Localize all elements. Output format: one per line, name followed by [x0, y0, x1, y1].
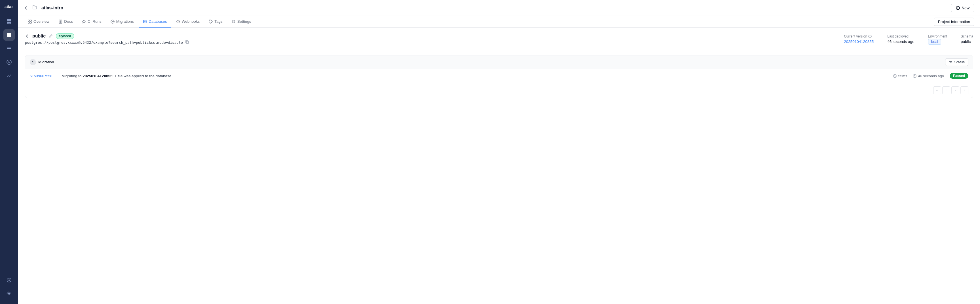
last-deployed-label: Last deployed [887, 34, 914, 38]
svg-rect-7 [7, 50, 11, 50]
svg-point-24 [143, 20, 146, 21]
list-icon[interactable] [3, 43, 15, 54]
svg-marker-9 [8, 61, 10, 63]
svg-rect-2 [7, 22, 9, 24]
dashboard-icon[interactable] [3, 16, 15, 27]
copy-icon[interactable] [185, 40, 189, 45]
content-area: public Synced postgres://postgres:xxxxx@… [18, 27, 980, 304]
play-icon[interactable] [3, 56, 15, 68]
svg-rect-15 [28, 20, 30, 21]
svg-rect-18 [30, 22, 32, 23]
current-version-value[interactable]: 20250104120855 [844, 40, 873, 44]
svg-rect-17 [28, 22, 30, 23]
table-row: 51539607558 Migrating to 20250104120855:… [25, 69, 973, 83]
tab-migrations[interactable]: Migrations [107, 16, 138, 27]
chart-icon[interactable] [3, 70, 15, 82]
sidebar: atlas [0, 0, 18, 304]
migration-id[interactable]: 51539607558 [30, 74, 58, 78]
schema-value: public [961, 40, 973, 44]
svg-rect-28 [186, 41, 189, 43]
svg-rect-1 [10, 19, 11, 21]
tab-bar: Overview Docs CI Runs Migrations Databas… [18, 16, 980, 27]
migration-description: Migrating to 20250104120855: 1 file was … [62, 74, 889, 78]
migration-table-title: Migration [38, 60, 54, 64]
database-icon[interactable] [3, 29, 15, 41]
environment-value: local [928, 40, 947, 44]
db-name: public [32, 34, 46, 38]
db-header: public Synced [25, 33, 189, 39]
tab-settings[interactable]: Settings [228, 16, 255, 27]
current-version-label: Current version [844, 34, 873, 38]
project-icon [32, 5, 37, 11]
migration-count: 1 [30, 59, 36, 66]
last-deployed-col: Last deployed 46 seconds ago [887, 34, 914, 44]
svg-rect-0 [7, 19, 9, 21]
compass-icon[interactable] [3, 274, 15, 286]
migration-table: 1 Migration Status 51539607558 Migrating… [25, 55, 973, 98]
synced-badge: Synced [56, 33, 74, 39]
svg-rect-5 [7, 47, 11, 48]
new-button[interactable]: New [951, 4, 974, 12]
pagination-last-button[interactable]: » [961, 86, 968, 94]
schema-col: Schema public [961, 34, 973, 44]
schema-label: Schema [961, 34, 973, 38]
db-meta: postgres://postgres:xxxxx@:5432/example?… [25, 40, 189, 45]
pagination-prev-button[interactable]: ‹ [942, 86, 950, 94]
top-nav: atlas-intro New [18, 0, 980, 16]
sidebar-logo: atlas [5, 5, 14, 9]
pagination: « ‹ › » [25, 83, 973, 98]
tab-ci-runs[interactable]: CI Runs [78, 16, 105, 27]
last-deployed-value: 46 seconds ago [887, 40, 914, 44]
svg-rect-16 [30, 20, 32, 21]
current-version-col: Current version 20250104120855 [844, 34, 873, 44]
db-back-button[interactable] [25, 34, 30, 38]
migration-table-header: 1 Migration Status [25, 55, 973, 69]
svg-point-31 [870, 35, 870, 36]
svg-point-11 [9, 280, 10, 281]
tab-databases[interactable]: Databases [139, 16, 171, 27]
duration-meta: 55ms [893, 74, 907, 78]
svg-rect-3 [10, 22, 11, 24]
edit-icon[interactable] [49, 34, 53, 38]
tab-webhooks[interactable]: Webhooks [172, 16, 204, 27]
status-filter-button[interactable]: Status [945, 58, 968, 66]
environment-label: Environment [928, 34, 947, 38]
project-name: atlas-intro [41, 5, 63, 11]
migration-meta: 55ms 46 seconds ago Passed [893, 73, 968, 79]
pagination-next-button[interactable]: › [951, 86, 959, 94]
settings-icon[interactable] [3, 288, 15, 299]
svg-point-27 [233, 21, 234, 22]
tab-overview[interactable]: Overview [24, 16, 53, 27]
svg-point-26 [210, 21, 210, 21]
project-info-button[interactable]: Project Information [934, 18, 974, 26]
environment-col: Environment local [928, 34, 947, 44]
status-badge: Passed [950, 73, 968, 79]
time-ago-meta: 46 seconds ago [913, 74, 944, 78]
tab-docs[interactable]: Docs [54, 16, 77, 27]
pagination-first-button[interactable]: « [933, 86, 941, 94]
main-content: atlas-intro New Overview Docs CI Runs Mi… [18, 0, 980, 304]
back-button[interactable] [24, 6, 29, 10]
tab-tags[interactable]: Tags [205, 16, 227, 27]
db-url: postgres://postgres:xxxxx@:5432/example?… [25, 40, 183, 45]
svg-rect-6 [7, 48, 11, 49]
